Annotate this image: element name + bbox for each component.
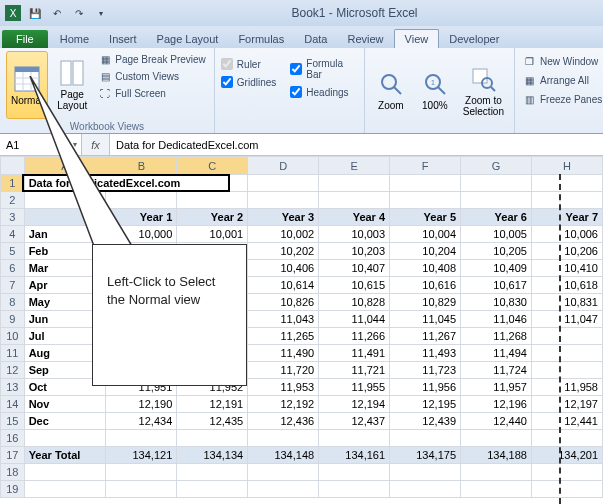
cell[interactable] xyxy=(319,175,390,192)
tab-formulas[interactable]: Formulas xyxy=(228,30,294,48)
row-header[interactable]: 12 xyxy=(1,362,25,379)
tab-developer[interactable]: Developer xyxy=(439,30,509,48)
cell[interactable]: 12,440 xyxy=(461,413,532,430)
cell[interactable]: 11,044 xyxy=(319,311,390,328)
cell[interactable]: 12,195 xyxy=(390,396,461,413)
cell[interactable]: 10,406 xyxy=(248,260,319,277)
cell[interactable]: 12,196 xyxy=(461,396,532,413)
cell[interactable]: 10,828 xyxy=(319,294,390,311)
col-header-g[interactable]: G xyxy=(461,157,532,175)
cell[interactable]: 10,616 xyxy=(390,277,461,294)
cell[interactable] xyxy=(248,464,319,481)
cell[interactable] xyxy=(531,481,602,498)
cell[interactable]: 11,956 xyxy=(390,379,461,396)
cell[interactable] xyxy=(461,481,532,498)
col-header-d[interactable]: D xyxy=(248,157,319,175)
cell[interactable] xyxy=(248,192,319,209)
row-header[interactable]: 5 xyxy=(1,243,25,260)
cell[interactable]: 11,493 xyxy=(390,345,461,362)
row-header[interactable]: 10 xyxy=(1,328,25,345)
cell[interactable]: 12,192 xyxy=(248,396,319,413)
cell[interactable]: 10,004 xyxy=(390,226,461,243)
cell[interactable]: 10,001 xyxy=(177,226,248,243)
tab-review[interactable]: Review xyxy=(337,30,393,48)
cell[interactable] xyxy=(106,430,177,447)
cell[interactable] xyxy=(177,481,248,498)
ruler-checkbox[interactable]: Ruler xyxy=(221,57,276,71)
cell[interactable]: 11,720 xyxy=(248,362,319,379)
name-box[interactable]: A1 xyxy=(0,134,82,155)
cell[interactable] xyxy=(177,430,248,447)
cell[interactable]: 11,043 xyxy=(248,311,319,328)
row-header[interactable]: 6 xyxy=(1,260,25,277)
cell[interactable] xyxy=(390,481,461,498)
cell[interactable]: 10,000 xyxy=(106,226,177,243)
cell[interactable] xyxy=(390,192,461,209)
fx-button[interactable]: fx xyxy=(82,134,110,155)
cell[interactable] xyxy=(319,481,390,498)
file-tab[interactable]: File xyxy=(2,30,48,48)
cell[interactable]: 10,002 xyxy=(248,226,319,243)
qat-dropdown-icon[interactable]: ▾ xyxy=(92,4,110,22)
cell[interactable] xyxy=(531,328,602,345)
cell[interactable] xyxy=(24,209,106,226)
col-header-b[interactable]: B xyxy=(106,157,177,175)
cell[interactable]: Year 7 xyxy=(531,209,602,226)
cell[interactable]: 11,047 xyxy=(531,311,602,328)
cell[interactable]: 10,407 xyxy=(319,260,390,277)
redo-icon[interactable]: ↷ xyxy=(70,4,88,22)
cell[interactable]: 12,190 xyxy=(106,396,177,413)
cell[interactable] xyxy=(531,362,602,379)
cell[interactable]: 12,191 xyxy=(177,396,248,413)
cell[interactable]: 10,410 xyxy=(531,260,602,277)
cell[interactable] xyxy=(461,192,532,209)
page-break-preview-button[interactable]: ▦Page Break Preview xyxy=(96,51,208,67)
zoom-100-button[interactable]: 1 100% xyxy=(415,51,455,130)
cell[interactable] xyxy=(461,175,532,192)
row-header[interactable]: 11 xyxy=(1,345,25,362)
cell[interactable]: 12,435 xyxy=(177,413,248,430)
cell[interactable]: 10,615 xyxy=(319,277,390,294)
headings-checkbox[interactable]: Headings xyxy=(290,85,358,99)
worksheet-grid[interactable]: A B C D E F G H 1Data for DedicatedExcel… xyxy=(0,156,603,498)
cell[interactable]: 10,005 xyxy=(461,226,532,243)
cell[interactable] xyxy=(24,430,106,447)
cell[interactable] xyxy=(24,464,106,481)
cell[interactable] xyxy=(461,430,532,447)
zoom-button[interactable]: Zoom xyxy=(371,51,411,130)
row-header[interactable]: 15 xyxy=(1,413,25,430)
row-header[interactable]: 8 xyxy=(1,294,25,311)
cell[interactable]: 10,205 xyxy=(461,243,532,260)
row-header[interactable]: 19 xyxy=(1,481,25,498)
full-screen-button[interactable]: ⛶Full Screen xyxy=(96,85,208,101)
cell[interactable]: 12,436 xyxy=(248,413,319,430)
cell[interactable]: Year 5 xyxy=(390,209,461,226)
cell[interactable]: 134,121 xyxy=(106,447,177,464)
merged-title-cell[interactable]: Data for DedicatedExcel.com xyxy=(24,175,248,192)
cell[interactable]: 11,045 xyxy=(390,311,461,328)
custom-views-button[interactable]: ▤Custom Views xyxy=(96,68,208,84)
cell[interactable]: 11,957 xyxy=(461,379,532,396)
cell[interactable] xyxy=(531,430,602,447)
arrange-all-button[interactable]: ▦Arrange All xyxy=(521,72,603,88)
cell[interactable] xyxy=(531,192,602,209)
cell[interactable] xyxy=(24,481,106,498)
cell[interactable]: Year 1 xyxy=(106,209,177,226)
row-header[interactable]: 9 xyxy=(1,311,25,328)
cell[interactable]: 11,953 xyxy=(248,379,319,396)
freeze-panes-button[interactable]: ▥Freeze Panes▾ xyxy=(521,91,603,107)
cell[interactable]: 11,958 xyxy=(531,379,602,396)
cell[interactable]: 12,194 xyxy=(319,396,390,413)
tab-data[interactable]: Data xyxy=(294,30,337,48)
cell[interactable]: 10,831 xyxy=(531,294,602,311)
cell[interactable]: Year 2 xyxy=(177,209,248,226)
row-header[interactable]: 1 xyxy=(1,175,25,192)
cell[interactable]: 10,006 xyxy=(531,226,602,243)
cell[interactable]: 12,437 xyxy=(319,413,390,430)
cell[interactable] xyxy=(390,175,461,192)
undo-icon[interactable]: ↶ xyxy=(48,4,66,22)
col-header-c[interactable]: C xyxy=(177,157,248,175)
cell[interactable]: 10,830 xyxy=(461,294,532,311)
cell[interactable]: 10,409 xyxy=(461,260,532,277)
row-header[interactable]: 4 xyxy=(1,226,25,243)
